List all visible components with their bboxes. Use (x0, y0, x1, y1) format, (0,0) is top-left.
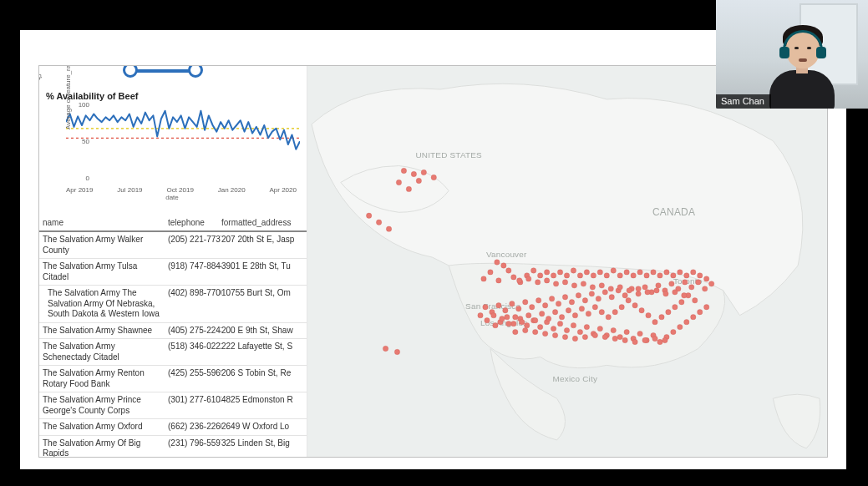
map-dot[interactable] (584, 324, 589, 329)
map-dot[interactable] (602, 290, 607, 295)
map-dot[interactable] (642, 285, 647, 290)
map-dot[interactable] (513, 314, 518, 319)
map-dot[interactable] (611, 327, 616, 332)
map-dot[interactable] (619, 305, 624, 310)
map-dot[interactable] (386, 226, 391, 231)
map-dot[interactable] (602, 334, 607, 339)
map-dot[interactable] (592, 305, 597, 310)
map-dot[interactable] (683, 280, 688, 285)
table-row[interactable]: The Salvation Army Tulsa Citadel(918) 74… (39, 259, 307, 286)
map-dot[interactable] (533, 329, 538, 334)
map-dot[interactable] (577, 273, 582, 278)
map-dot[interactable] (493, 322, 498, 327)
map-dot[interactable] (539, 311, 544, 316)
map-dot[interactable] (617, 334, 622, 339)
map-dot[interactable] (401, 168, 406, 173)
map-dot[interactable] (664, 270, 669, 275)
map-dot[interactable] (632, 339, 637, 344)
map-dot[interactable] (511, 275, 516, 280)
map-dot[interactable] (584, 270, 589, 275)
map-dot[interactable] (485, 317, 490, 322)
map-dot[interactable] (544, 270, 549, 275)
map-dot[interactable] (617, 285, 622, 290)
map-dot[interactable] (599, 283, 604, 288)
map-dot[interactable] (571, 268, 576, 273)
map-canvas[interactable]: CANADAUNITED STATESVancouverTorontoSan F… (307, 66, 827, 457)
map-dot[interactable] (679, 300, 684, 305)
map-dot[interactable] (542, 331, 547, 336)
map-dot[interactable] (571, 283, 576, 288)
map-dot[interactable] (698, 310, 703, 315)
map-dot[interactable] (682, 293, 687, 298)
map-dot[interactable] (516, 306, 521, 311)
map-dot[interactable] (662, 337, 667, 342)
map-dot[interactable] (562, 295, 567, 300)
map-dot[interactable] (491, 313, 496, 318)
map-dot[interactable] (637, 270, 642, 275)
map-dot[interactable] (523, 327, 528, 332)
map-dot[interactable] (612, 310, 617, 315)
table-row[interactable]: The Salvation Army Walker County(205) 22… (39, 232, 307, 259)
map-dot[interactable] (671, 273, 676, 278)
map-dot[interactable] (537, 273, 542, 278)
map-dot[interactable] (604, 273, 609, 278)
map-dot[interactable] (581, 281, 586, 286)
map-dot[interactable] (511, 321, 516, 326)
map-dot[interactable] (549, 296, 554, 301)
map-dot[interactable] (704, 305, 709, 310)
map-dot[interactable] (566, 308, 571, 313)
map-dot[interactable] (546, 316, 551, 321)
col-header-telephone[interactable]: telephone (168, 218, 221, 227)
map-dot[interactable] (431, 175, 436, 180)
table-row[interactable]: The Salvation Army Shawnee(405) 275-2243… (39, 323, 307, 340)
map-dot[interactable] (525, 322, 530, 327)
map-pane[interactable]: CANADAUNITED STATESVancouverTorontoSan F… (307, 66, 827, 457)
map-dot[interactable] (496, 303, 501, 308)
map-dot[interactable] (572, 313, 577, 318)
map-dot[interactable] (556, 301, 561, 306)
map-dot[interactable] (526, 276, 531, 281)
map-dot[interactable] (557, 270, 562, 275)
map-dot[interactable] (691, 270, 696, 275)
map-dot[interactable] (553, 281, 558, 286)
map-dot[interactable] (684, 319, 689, 324)
map-dot[interactable] (606, 314, 611, 319)
map-dot[interactable] (639, 308, 644, 313)
map-dot[interactable] (552, 310, 557, 315)
map-dot[interactable] (577, 329, 582, 334)
map-dot[interactable] (678, 324, 683, 329)
map-dot[interactable] (366, 213, 371, 218)
map-dot[interactable] (608, 286, 613, 291)
map-dot[interactable] (631, 273, 636, 278)
map-dot[interactable] (416, 178, 421, 183)
map-dot[interactable] (520, 319, 525, 324)
map-dot[interactable] (537, 324, 542, 329)
map-dot[interactable] (483, 305, 488, 310)
map-dot[interactable] (657, 273, 662, 278)
map-dot[interactable] (551, 326, 556, 331)
map-dot[interactable] (624, 270, 629, 275)
map-dot[interactable] (376, 220, 381, 225)
map-dot[interactable] (579, 306, 584, 311)
map-dot[interactable] (396, 180, 401, 185)
map-dot[interactable] (517, 278, 522, 283)
map-dot[interactable] (394, 349, 399, 354)
map-dot[interactable] (671, 329, 676, 334)
table-row[interactable]: The Salvation Army Schenectady Citadel(5… (39, 339, 307, 366)
table-row[interactable]: The Salvation Army Oxford(662) 236-22602… (39, 419, 307, 436)
map-dot[interactable] (624, 329, 629, 334)
map-dot[interactable] (495, 260, 500, 265)
map-dot[interactable] (689, 285, 694, 290)
map-dot[interactable] (651, 270, 656, 275)
map-dot[interactable] (698, 273, 703, 278)
map-dot[interactable] (551, 273, 556, 278)
map-dot[interactable] (552, 332, 557, 337)
map-dot[interactable] (582, 334, 587, 339)
map-dot[interactable] (506, 268, 511, 273)
map-dot[interactable] (626, 298, 631, 303)
map-dot[interactable] (535, 280, 540, 285)
map-dot[interactable] (571, 322, 576, 327)
map-dot[interactable] (691, 314, 696, 319)
map-dot[interactable] (656, 283, 661, 288)
map-dot[interactable] (564, 273, 569, 278)
